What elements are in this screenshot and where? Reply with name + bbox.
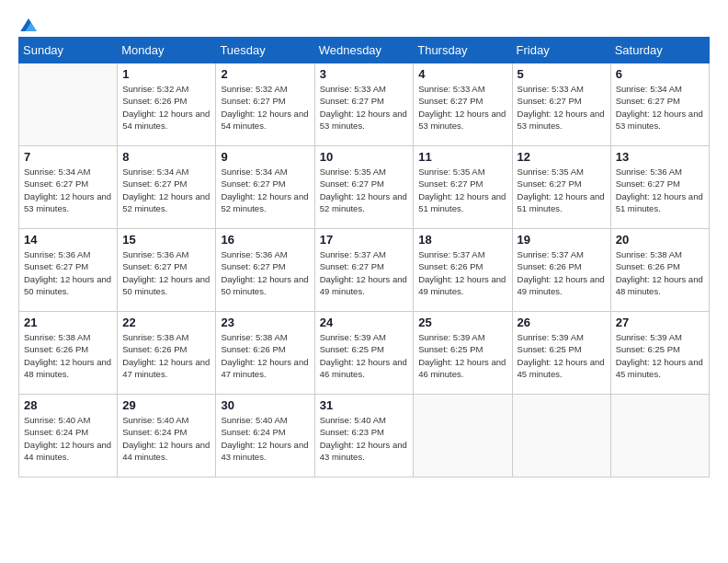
day-info: Sunrise: 5:39 AMSunset: 6:25 PMDaylight:…	[518, 331, 606, 380]
weekday-header-thursday: Thursday	[414, 38, 512, 63]
day-number: 6	[616, 67, 704, 81]
day-number: 23	[221, 316, 309, 329]
day-number: 8	[122, 150, 210, 164]
calendar-cell: 30Sunrise: 5:40 AMSunset: 6:24 PMDayligh…	[216, 395, 314, 477]
calendar-cell: 20Sunrise: 5:38 AMSunset: 6:26 PMDayligh…	[610, 229, 709, 312]
day-number: 4	[418, 67, 506, 81]
calendar-cell	[19, 63, 118, 146]
day-info: Sunrise: 5:38 AMSunset: 6:26 PMDaylight:…	[122, 331, 210, 380]
calendar-cell: 1Sunrise: 5:32 AMSunset: 6:26 PMDaylight…	[118, 63, 216, 146]
calendar-table: SundayMondayTuesdayWednesdayThursdayFrid…	[18, 37, 710, 477]
calendar-cell	[414, 395, 512, 477]
calendar-cell: 18Sunrise: 5:37 AMSunset: 6:26 PMDayligh…	[414, 229, 512, 312]
weekday-header-wednesday: Wednesday	[314, 38, 414, 63]
day-info: Sunrise: 5:33 AMSunset: 6:27 PMDaylight:…	[320, 83, 409, 132]
day-info: Sunrise: 5:36 AMSunset: 6:27 PMDaylight:…	[24, 248, 112, 297]
day-number: 14	[24, 233, 112, 247]
day-number: 19	[518, 233, 606, 247]
day-number: 22	[122, 316, 210, 329]
day-info: Sunrise: 5:37 AMSunset: 6:27 PMDaylight:…	[320, 248, 409, 297]
calendar-cell	[610, 395, 709, 477]
calendar-cell: 6Sunrise: 5:34 AMSunset: 6:27 PMDaylight…	[610, 63, 709, 146]
calendar-cell: 24Sunrise: 5:39 AMSunset: 6:25 PMDayligh…	[314, 312, 414, 395]
calendar-cell: 14Sunrise: 5:36 AMSunset: 6:27 PMDayligh…	[19, 229, 118, 312]
day-info: Sunrise: 5:35 AMSunset: 6:27 PMDaylight:…	[518, 166, 606, 214]
calendar-cell: 25Sunrise: 5:39 AMSunset: 6:25 PMDayligh…	[414, 312, 512, 395]
calendar-cell: 16Sunrise: 5:36 AMSunset: 6:27 PMDayligh…	[216, 229, 314, 312]
day-info: Sunrise: 5:34 AMSunset: 6:27 PMDaylight:…	[221, 166, 309, 214]
day-number: 10	[320, 150, 409, 164]
logo	[18, 18, 37, 28]
day-info: Sunrise: 5:39 AMSunset: 6:25 PMDaylight:…	[616, 331, 704, 380]
day-number: 27	[616, 316, 704, 329]
weekday-header-friday: Friday	[512, 38, 610, 63]
calendar-cell: 12Sunrise: 5:35 AMSunset: 6:27 PMDayligh…	[512, 146, 610, 229]
day-info: Sunrise: 5:34 AMSunset: 6:27 PMDaylight:…	[122, 166, 210, 214]
day-info: Sunrise: 5:36 AMSunset: 6:27 PMDaylight:…	[616, 166, 704, 214]
day-info: Sunrise: 5:37 AMSunset: 6:26 PMDaylight:…	[418, 248, 506, 297]
day-number: 9	[221, 150, 309, 164]
day-info: Sunrise: 5:40 AMSunset: 6:23 PMDaylight:…	[320, 414, 409, 463]
calendar-cell: 31Sunrise: 5:40 AMSunset: 6:23 PMDayligh…	[314, 395, 414, 477]
day-info: Sunrise: 5:33 AMSunset: 6:27 PMDaylight:…	[418, 83, 506, 132]
day-info: Sunrise: 5:40 AMSunset: 6:24 PMDaylight:…	[24, 414, 112, 463]
day-info: Sunrise: 5:32 AMSunset: 6:26 PMDaylight:…	[122, 83, 210, 132]
day-number: 31	[320, 398, 409, 412]
day-info: Sunrise: 5:35 AMSunset: 6:27 PMDaylight:…	[418, 166, 506, 214]
weekday-header-row: SundayMondayTuesdayWednesdayThursdayFrid…	[19, 38, 710, 63]
logo-icon	[20, 18, 37, 31]
day-info: Sunrise: 5:39 AMSunset: 6:25 PMDaylight:…	[320, 331, 409, 380]
day-info: Sunrise: 5:36 AMSunset: 6:27 PMDaylight:…	[122, 248, 210, 297]
day-number: 28	[24, 398, 112, 412]
calendar-cell: 7Sunrise: 5:34 AMSunset: 6:27 PMDaylight…	[19, 146, 118, 229]
day-number: 3	[320, 67, 409, 81]
calendar-week-row: 14Sunrise: 5:36 AMSunset: 6:27 PMDayligh…	[19, 229, 710, 312]
calendar-cell: 3Sunrise: 5:33 AMSunset: 6:27 PMDaylight…	[314, 63, 414, 146]
day-info: Sunrise: 5:34 AMSunset: 6:27 PMDaylight:…	[616, 83, 704, 132]
calendar-cell: 15Sunrise: 5:36 AMSunset: 6:27 PMDayligh…	[118, 229, 216, 312]
calendar-cell: 27Sunrise: 5:39 AMSunset: 6:25 PMDayligh…	[610, 312, 709, 395]
day-info: Sunrise: 5:38 AMSunset: 6:26 PMDaylight:…	[616, 248, 704, 297]
day-number: 13	[616, 150, 704, 164]
calendar-cell: 19Sunrise: 5:37 AMSunset: 6:26 PMDayligh…	[512, 229, 610, 312]
calendar-cell: 8Sunrise: 5:34 AMSunset: 6:27 PMDaylight…	[118, 146, 216, 229]
calendar-cell: 17Sunrise: 5:37 AMSunset: 6:27 PMDayligh…	[314, 229, 414, 312]
calendar-cell: 22Sunrise: 5:38 AMSunset: 6:26 PMDayligh…	[118, 312, 216, 395]
day-number: 11	[418, 150, 506, 164]
day-number: 25	[418, 316, 506, 329]
day-number: 15	[122, 233, 210, 247]
day-number: 5	[518, 67, 606, 81]
calendar-cell: 10Sunrise: 5:35 AMSunset: 6:27 PMDayligh…	[314, 146, 414, 229]
day-number: 18	[418, 233, 506, 247]
calendar-cell: 2Sunrise: 5:32 AMSunset: 6:27 PMDaylight…	[216, 63, 314, 146]
day-info: Sunrise: 5:38 AMSunset: 6:26 PMDaylight:…	[24, 331, 112, 380]
calendar-cell	[512, 395, 610, 477]
calendar-week-row: 21Sunrise: 5:38 AMSunset: 6:26 PMDayligh…	[19, 312, 710, 395]
calendar-cell: 9Sunrise: 5:34 AMSunset: 6:27 PMDaylight…	[216, 146, 314, 229]
day-number: 16	[221, 233, 309, 247]
day-info: Sunrise: 5:33 AMSunset: 6:27 PMDaylight:…	[518, 83, 606, 132]
day-info: Sunrise: 5:37 AMSunset: 6:26 PMDaylight:…	[518, 248, 606, 297]
calendar-week-row: 28Sunrise: 5:40 AMSunset: 6:24 PMDayligh…	[19, 395, 710, 477]
day-info: Sunrise: 5:38 AMSunset: 6:26 PMDaylight:…	[221, 331, 309, 380]
day-number: 20	[616, 233, 704, 247]
day-number: 30	[221, 398, 309, 412]
calendar-week-row: 7Sunrise: 5:34 AMSunset: 6:27 PMDaylight…	[19, 146, 710, 229]
day-number: 17	[320, 233, 409, 247]
day-info: Sunrise: 5:39 AMSunset: 6:25 PMDaylight:…	[418, 331, 506, 380]
day-number: 1	[122, 67, 210, 81]
weekday-header-sunday: Sunday	[19, 38, 118, 63]
calendar-cell: 29Sunrise: 5:40 AMSunset: 6:24 PMDayligh…	[118, 395, 216, 477]
weekday-header-monday: Monday	[118, 38, 216, 63]
day-info: Sunrise: 5:36 AMSunset: 6:27 PMDaylight:…	[221, 248, 309, 297]
day-info: Sunrise: 5:34 AMSunset: 6:27 PMDaylight:…	[24, 166, 112, 214]
day-number: 29	[122, 398, 210, 412]
calendar-week-row: 1Sunrise: 5:32 AMSunset: 6:26 PMDaylight…	[19, 63, 710, 146]
calendar-cell: 21Sunrise: 5:38 AMSunset: 6:26 PMDayligh…	[19, 312, 118, 395]
day-number: 24	[320, 316, 409, 329]
day-number: 7	[24, 150, 112, 164]
day-number: 12	[518, 150, 606, 164]
calendar-cell: 13Sunrise: 5:36 AMSunset: 6:27 PMDayligh…	[610, 146, 709, 229]
day-number: 26	[518, 316, 606, 329]
calendar-cell: 11Sunrise: 5:35 AMSunset: 6:27 PMDayligh…	[414, 146, 512, 229]
